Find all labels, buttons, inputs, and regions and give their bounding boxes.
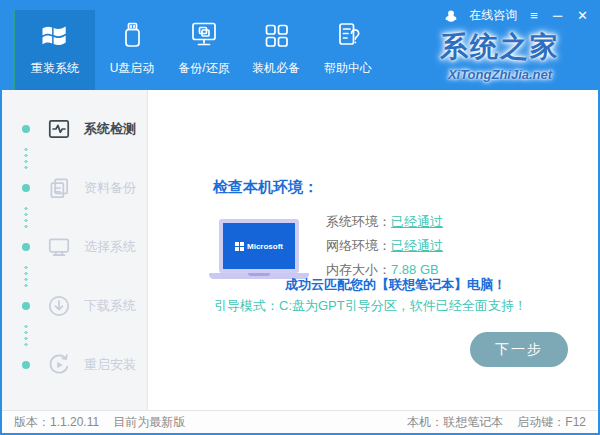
sidebar-step-data-backup[interactable]: 资料备份 xyxy=(2,171,147,205)
tab-label: 装机必备 xyxy=(252,60,300,77)
timeline-dots xyxy=(24,206,28,230)
timeline-dot xyxy=(22,361,30,369)
step-label: 选择系统 xyxy=(84,238,136,256)
microsoft-logo-text: Microsoft xyxy=(247,242,283,251)
step-label: 重启安装 xyxy=(84,356,136,374)
download-icon xyxy=(46,293,72,319)
status-label: 网络环境： xyxy=(326,238,391,253)
usb-drive-icon xyxy=(114,17,150,53)
qq-icon xyxy=(444,9,458,23)
tab-label: U盘启动 xyxy=(110,60,155,77)
status-value: 已经通过 xyxy=(391,238,443,253)
timeline-dot xyxy=(22,302,30,310)
sidebar-step-restart-install[interactable]: 重启安装 xyxy=(2,348,147,382)
tab-label: 重装系统 xyxy=(31,60,79,77)
sidebar-step-system-check[interactable]: 系统检测 xyxy=(2,112,147,146)
status-row-network: 网络环境：已经通过 xyxy=(326,237,443,261)
help-doc-icon xyxy=(330,17,366,53)
machine-label: 本机：联想笔记本 xyxy=(407,414,503,431)
data-backup-icon xyxy=(46,175,72,201)
laptop-screen: Microsoft xyxy=(219,219,299,273)
microsoft-logo-icon xyxy=(235,242,244,251)
brand-subtitle: XiTongZhiJia.net xyxy=(420,67,580,82)
cloud-match-message: 成功云匹配您的【联想笔记本】电脑！ xyxy=(285,276,506,294)
restart-install-icon xyxy=(46,352,72,378)
tab-help-center[interactable]: 帮助中心 xyxy=(312,2,384,90)
environment-status-list: 系统环境：已经通过 网络环境：已经通过 内存大小：7.88 GB xyxy=(326,211,443,285)
status-row-system: 系统环境：已经通过 xyxy=(326,213,443,237)
brand-logo: 系统之家 XiTongZhiJia.net xyxy=(420,28,580,82)
close-button[interactable]: ✕ xyxy=(575,9,590,22)
tab-essential-apps[interactable]: 装机必备 xyxy=(240,2,312,90)
nav-tabs: 重装系统 U盘启动 xyxy=(14,2,384,90)
minimize-button[interactable]: ─ xyxy=(551,9,564,22)
menu-icon[interactable]: ≡ xyxy=(528,9,540,22)
tab-label: 帮助中心 xyxy=(324,60,372,77)
timeline-dot xyxy=(22,184,30,192)
timeline-dots xyxy=(24,265,28,289)
boot-mode-message: 引导模式：C:盘为GPT引导分区，软件已经全面支持！ xyxy=(214,297,527,315)
timeline-dot xyxy=(22,243,30,251)
tab-usb-boot[interactable]: U盘启动 xyxy=(96,2,168,90)
next-step-button[interactable]: 下一步 xyxy=(470,332,568,367)
brand-title: 系统之家 xyxy=(420,28,580,66)
header: 重装系统 U盘启动 xyxy=(2,2,598,90)
steps-sidebar: 系统检测 资料备份 xyxy=(2,90,148,410)
status-bar: 版本：1.1.20.11 目前为最新版 本机：联想笔记本 启动键：F12 xyxy=(2,410,598,433)
step-label: 资料备份 xyxy=(84,179,136,197)
tab-backup-restore[interactable]: 备份/还原 xyxy=(168,2,240,90)
timeline-dots xyxy=(24,324,28,348)
apps-grid-icon xyxy=(258,17,294,53)
step-label: 系统检测 xyxy=(84,120,136,138)
system-check-icon xyxy=(46,116,72,142)
status-label: 系统环境： xyxy=(326,214,391,229)
select-system-icon xyxy=(46,234,72,260)
version-status: 目前为最新版 xyxy=(113,414,185,431)
sidebar-step-select-system[interactable]: 选择系统 xyxy=(2,230,147,264)
step-label: 下载系统 xyxy=(84,297,136,315)
timeline-dot xyxy=(22,125,30,133)
status-value: 已经通过 xyxy=(391,214,443,229)
backup-restore-icon xyxy=(186,17,222,53)
status-label: 内存大小： xyxy=(326,262,391,277)
online-service-link[interactable]: 在线咨询 xyxy=(469,7,517,24)
tab-label: 备份/还原 xyxy=(178,60,229,77)
tab-reinstall-system[interactable]: 重装系统 xyxy=(14,10,96,90)
windows-logo-icon xyxy=(37,17,73,53)
app-window: 重装系统 U盘启动 xyxy=(0,0,600,435)
status-value: 7.88 GB xyxy=(391,262,439,277)
main-panel: 检查本机环境： Microsoft 系统环境：已经通过 xyxy=(148,90,598,410)
boot-key-label: 启动键：F12 xyxy=(517,414,586,431)
check-environment-title: 检查本机环境： xyxy=(213,178,318,197)
titlebar-controls: 在线咨询 ≡ ─ ✕ xyxy=(444,7,590,24)
sidebar-step-download-system[interactable]: 下载系统 xyxy=(2,289,147,323)
version-label: 版本：1.1.20.11 xyxy=(14,414,99,431)
timeline-dots xyxy=(24,147,28,171)
